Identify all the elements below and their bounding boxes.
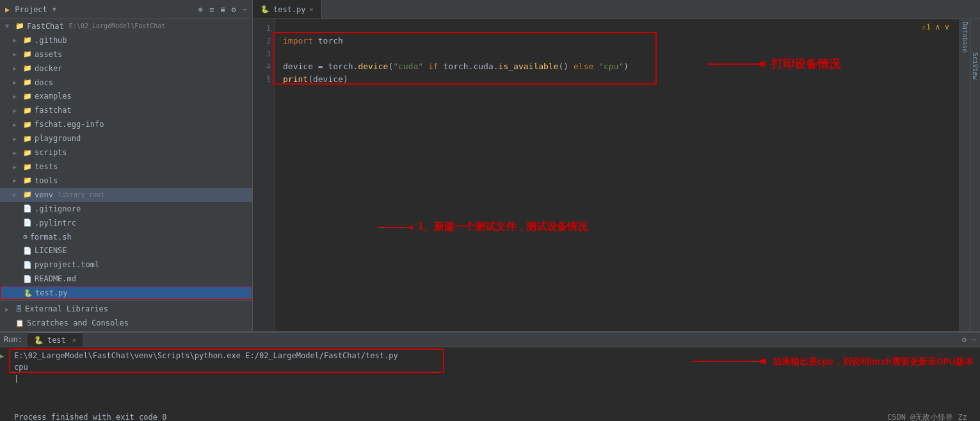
sidebar-extra: ▶ 🗄 External Libraries ▶ 📋 Scratches and… [0,300,252,331]
root-path: E:\02_LargeModel\FastChat [69,22,166,29]
tree-item-venv[interactable]: ▶ 📁 venv library root [0,188,252,202]
run-label: Run: [4,335,22,344]
run-tab-close[interactable]: ✕ [72,336,76,343]
bottom-panel: Run: 🐍 test ✕ ⚙ − ▶ E:\02_LargeModel\Fas… [0,331,980,421]
run-tab-icon: 🐍 [34,336,44,345]
gutter-db[interactable]: Database [960,19,970,55]
folder-icon: ▶ [5,5,10,14]
code-line-2: import torch [283,35,952,47]
code-line-3 [283,47,952,60]
project-label: Project [15,5,47,14]
editor-content[interactable]: 1 2 3 4 5 import torch device = torch.de… [253,19,970,331]
watermark: CSDN @无敌小怪兽_Zz [887,411,967,421]
settings-icon-bottom[interactable]: ⚙ [962,335,967,344]
code-line-4: device = torch.device("cuda" if torch.cu… [283,60,952,73]
root-label: FastChat [27,22,64,31]
console-line-2: cpu [14,361,975,373]
toolbar-icons: ⊕ ≡ ≣ ⚙ − [198,5,247,14]
tree-item-license[interactable]: ▶ 📄 LICENSE [0,244,252,258]
tree-item-testpy[interactable]: ▶ 🐍 test.py [0,286,252,300]
py-file-icon: 🐍 [261,5,269,13]
tree-item-docs[interactable]: ▶ 📁 docs [0,76,252,90]
dropdown-icon[interactable]: ▼ [52,6,56,13]
sciview-label[interactable]: SciView [970,51,980,81]
expand-arrow: ▼ [5,22,13,29]
console-line-1: E:\02_LargeModel\FastChat\venv\Scripts\p… [14,350,975,361]
tree-item-docker[interactable]: ▶ 📁 docker [0,62,252,76]
run-tab[interactable]: 🐍 test ✕ [28,333,83,347]
tree-item-tests[interactable]: ▶ 📁 tests [0,160,252,174]
locate-icon[interactable]: ⊕ [198,5,203,14]
file-tab[interactable]: 🐍 test.py ✕ [253,0,322,19]
tab-label: test.py [273,5,306,14]
tree-item-egg-info[interactable]: ▶ 📁 fschat.egg-info [0,117,252,131]
tree-item-external-libs[interactable]: ▶ 🗄 External Libraries [0,302,252,316]
far-right-panel: SciView [970,19,980,331]
settings-icon[interactable]: ⚙ [232,5,236,14]
bottom-tab-bar: Run: 🐍 test ✕ ⚙ − [0,333,980,347]
process-line: Process finished with exit code 0 [14,411,975,421]
bottom-panel-icons: ⚙ − [962,335,976,344]
tree-item-fastchat[interactable]: ▶ 📁 fastchat [0,103,252,117]
root-folder-icon: 📁 [15,22,24,30]
console-output: ▶ E:\02_LargeModel\FastChat\venv\Scripts… [0,347,980,421]
code-line-5: print(device) [283,73,952,86]
editor-area: 1 2 3 4 5 import torch device = torch.de… [253,19,970,331]
tree-item-github[interactable]: ▶ 📁 .github [0,33,252,47]
warning-triangle: ⚠1 ∧ ∨ [922,21,949,33]
sidebar: ▼ 📁 FastChat E:\02_LargeModel\FastChat ▶… [0,19,253,331]
run-play-button[interactable]: ▶ [0,350,4,361]
expand-icon[interactable]: ≣ [220,5,225,14]
right-gutter: Database [960,19,970,331]
minus-icon[interactable]: − [243,5,247,14]
console-line-3: | [14,373,975,384]
top-bar: ▶ Project ▼ ⊕ ≡ ≣ ⚙ − 🐍 test.py ✕ [0,0,980,19]
tree-item-readme[interactable]: ▶ 📄 README.md [0,272,252,286]
run-tab-label: test [47,336,66,345]
tree-item-format-sh[interactable]: ▶ ⚙ format.sh [0,230,252,244]
tree-item-scratches[interactable]: ▶ 📋 Scratches and Consoles [0,316,252,330]
tree-item-pylintrc[interactable]: ▶ 📄 .pylintrc [0,216,252,230]
code-line-1 [283,22,952,35]
minimize-icon-bottom[interactable]: − [972,335,976,344]
tree-item-tools[interactable]: ▶ 📁 tools [0,174,252,188]
code-editor[interactable]: import torch device = torch.device("cuda… [275,19,960,331]
tree-item-playground[interactable]: ▶ 📁 playground [0,131,252,145]
tree-item-examples[interactable]: ▶ 📁 examples [0,90,252,104]
tree-item-assets[interactable]: ▶ 📁 assets [0,47,252,62]
tree-item-gitignore[interactable]: ▶ 📄 .gitignore [0,202,252,216]
editor-tabs: 🐍 test.py ✕ [253,0,980,19]
project-bar: ▶ Project ▼ ⊕ ≡ ≣ ⚙ − [0,0,253,19]
collapse-icon[interactable]: ≡ [209,5,214,14]
tree-root[interactable]: ▼ 📁 FastChat E:\02_LargeModel\FastChat [0,19,252,33]
tree-item-scripts[interactable]: ▶ 📁 scripts [0,145,252,160]
tree-item-pyproject[interactable]: ▶ 📄 pyproject.toml [0,258,252,272]
console-lines: E:\02_LargeModel\FastChat\venv\Scripts\p… [14,350,975,384]
main-area: ▼ 📁 FastChat E:\02_LargeModel\FastChat ▶… [0,19,980,331]
tab-close-button[interactable]: ✕ [310,6,314,13]
line-numbers: 1 2 3 4 5 [253,19,275,331]
